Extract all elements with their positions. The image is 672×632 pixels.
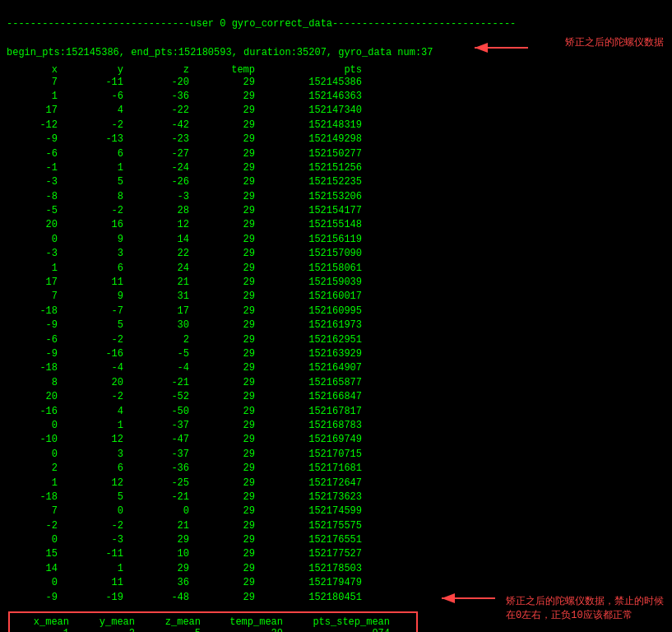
table-row: -164-5029152167817: [8, 405, 672, 419]
table-row: 091429152156119: [8, 233, 672, 247]
table-row: -18-4-429152164907: [8, 361, 672, 375]
table-row: -185-2129152173623: [8, 490, 672, 504]
col-temp: temp: [206, 64, 271, 76]
temp-mean-label: temp_mean: [217, 616, 299, 628]
table-row: -953029152161973: [8, 318, 672, 332]
y-mean-label: y_mean: [86, 616, 151, 628]
pts-step-mean-label: pts_step_mean: [299, 616, 406, 628]
col-y: y: [74, 64, 140, 76]
table-row: -35-2629152152235: [8, 175, 672, 189]
table-row: 0-32929152176551: [8, 533, 672, 547]
table-row: 820-2129152165877: [8, 376, 672, 390]
table-row: -88-329152153206: [8, 190, 672, 204]
col-x: x: [8, 64, 74, 76]
table-row: -2-22129152175575: [8, 519, 672, 533]
table-row: -11-2429152151256: [8, 161, 672, 175]
table-row: -332229152157090: [8, 247, 672, 261]
header-dashes: -------------------------------user 0 gy…: [7, 18, 516, 30]
table-row: -5-22829152154177: [8, 204, 672, 218]
table-row: 174-2229152147340: [8, 104, 672, 118]
table-row: 20161229152155148: [8, 218, 672, 232]
table-row: 793129152160017: [8, 290, 672, 304]
table-row: 7-11-2029152145386: [8, 76, 672, 90]
table-row: -12-2-4229152148319: [8, 118, 672, 132]
table-row: 15-111029152177527: [8, 547, 672, 561]
z-mean-label: z_mean: [151, 616, 217, 628]
column-headers: xyztemppts: [0, 64, 672, 76]
table-row: -18-71729152160995: [8, 304, 672, 318]
table-row: 17112129152159039: [8, 276, 672, 290]
table-row: 0113629152179479: [8, 576, 672, 590]
table-row: -1012-4729152169749: [8, 433, 672, 447]
x-mean-value: -1: [20, 628, 86, 632]
table-row: 162429152158061: [8, 262, 672, 276]
table-row: -9-16-529152163929: [8, 347, 672, 361]
mean-labels-row: x_mean y_mean z_mean temp_mean pts_step_…: [20, 616, 406, 628]
table-row: 20-2-5229152166847: [8, 390, 672, 404]
pts-step-mean-value: 974: [299, 628, 406, 632]
table-row: 112-2529152172647: [8, 476, 672, 490]
table-row: 1412929152178503: [8, 562, 672, 576]
temp-mean-value: 29: [217, 628, 299, 632]
table-row: 03-3729152170715: [8, 448, 672, 462]
table-row: 1-6-3629152146363: [8, 90, 672, 104]
x-mean-label: x_mean: [20, 616, 86, 628]
data-rows-container: 7-11-20291521453861-6-3629152146363174-2…: [0, 76, 672, 605]
table-row: -6-2229152162951: [8, 333, 672, 347]
terminal-container: -------------------------------user 0 gy…: [0, 0, 672, 64]
bottom-arrow: [433, 586, 499, 611]
z-mean-value: -5: [151, 628, 217, 632]
y-mean-value: 2: [86, 628, 151, 632]
bottom-right-annotation: 矫正之后的陀螺仪数据，禁止的时候 在0左右，正负10应该都正常: [506, 595, 664, 623]
top-right-annotation: 矫正之后的陀螺仪数据: [565, 36, 664, 50]
col-pts: pts: [271, 64, 378, 76]
table-row: -66-2729152150277: [8, 147, 672, 161]
mean-box: x_mean y_mean z_mean temp_mean pts_step_…: [8, 611, 418, 632]
table-row: 01-3729152168783: [8, 419, 672, 433]
table-row: 70029152174599: [8, 504, 672, 518]
top-arrow: [466, 31, 532, 56]
table-row: -9-13-2329152149298: [8, 132, 672, 146]
table-row: 26-3629152171681: [8, 462, 672, 476]
header-info: begin_pts:152145386, end_pts:152180593, …: [7, 47, 433, 58]
col-z: z: [140, 64, 206, 76]
mean-values-row: -1 2 -5 29 974: [20, 628, 406, 632]
